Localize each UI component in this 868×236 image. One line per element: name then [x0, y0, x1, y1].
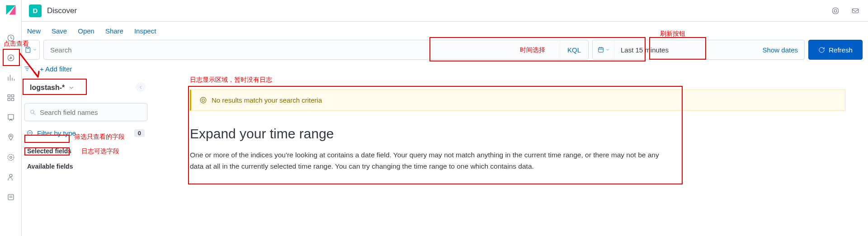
- anno-available-note: 日志可选字段: [81, 147, 119, 156]
- svg-rect-14: [852, 9, 859, 13]
- kql-toggle[interactable]: KQL: [560, 40, 588, 59]
- space-selector[interactable]: D: [29, 5, 42, 17]
- svg-rect-15: [598, 47, 603, 52]
- collapse-sidebar-icon[interactable]: [136, 82, 146, 92]
- index-pattern-name: logstash-*: [30, 84, 65, 92]
- add-filter-link[interactable]: + Add filter: [40, 65, 72, 73]
- svg-point-10: [9, 174, 12, 177]
- svg-point-13: [834, 9, 837, 12]
- top-header: D Discover: [22, 0, 868, 22]
- show-dates-link[interactable]: Show dates: [763, 46, 798, 54]
- date-picker[interactable]: Last 15 minutes Show dates: [592, 40, 805, 60]
- svg-point-16: [31, 110, 34, 113]
- left-nav-rail: [0, 0, 22, 236]
- anno-arrow: [16, 50, 43, 81]
- index-pattern-selector[interactable]: logstash-*: [24, 79, 147, 97]
- anno-log-area: 日志显示区域，暂时没有日志: [190, 76, 272, 84]
- maps-icon[interactable]: [2, 128, 20, 146]
- share-link[interactable]: Share: [105, 27, 123, 35]
- empty-state-body: One or more of the indices you're lookin…: [190, 150, 660, 172]
- filter-icon: [26, 129, 33, 137]
- date-range-display: Last 15 minutes Show dates: [614, 40, 804, 59]
- logs-icon[interactable]: [2, 188, 20, 206]
- app-menu: New Save Open Share Inspect: [22, 22, 868, 40]
- svg-rect-6: [8, 114, 14, 119]
- time-range-text: Last 15 minutes: [621, 46, 669, 54]
- dashboard-icon[interactable]: [2, 89, 20, 107]
- save-link[interactable]: Save: [52, 27, 67, 35]
- svg-rect-5: [11, 99, 14, 101]
- canvas-icon[interactable]: [2, 109, 20, 127]
- svg-point-18: [200, 97, 206, 103]
- fields-sidebar: logstash-* Filter by type 0 Selected fie…: [24, 79, 147, 172]
- help-icon[interactable]: [826, 2, 844, 20]
- new-link[interactable]: New: [27, 27, 41, 35]
- search-input[interactable]: [44, 40, 560, 59]
- refresh-label: Refresh: [829, 46, 853, 54]
- infra-icon[interactable]: [2, 168, 20, 186]
- filter-bar: + Add filter: [22, 60, 863, 78]
- query-bar: KQL Last 15 minutes Show dates Refresh: [22, 40, 863, 60]
- filter-type-count: 0: [134, 129, 145, 137]
- help-icon: [199, 96, 207, 104]
- svg-rect-11: [8, 194, 14, 200]
- newsfeed-icon[interactable]: [846, 2, 864, 20]
- calendar-icon: [593, 40, 614, 59]
- svg-point-7: [10, 136, 11, 137]
- field-search-input[interactable]: [40, 109, 142, 116]
- anno-selected-note: 筛选只查看的字段: [74, 133, 125, 141]
- svg-point-8: [8, 154, 14, 160]
- chevron-down-icon: [68, 85, 75, 91]
- callout-text: No results match your search criteria: [212, 96, 322, 104]
- results-area: No results match your search criteria Ex…: [190, 90, 845, 172]
- no-results-callout: No results match your search criteria: [190, 90, 845, 111]
- space-initial: D: [33, 7, 38, 14]
- inspect-link[interactable]: Inspect: [134, 27, 156, 35]
- anno-time-select: 时间选择: [520, 46, 545, 54]
- filter-by-type-label: Filter by type: [37, 129, 76, 137]
- svg-point-12: [832, 8, 839, 14]
- empty-state-title: Expand your time range: [190, 126, 845, 142]
- svg-point-19: [202, 99, 205, 102]
- svg-rect-2: [8, 94, 10, 97]
- available-fields-header[interactable]: Available fields: [24, 161, 147, 172]
- search-icon: [29, 109, 36, 116]
- search-box: KQL: [43, 40, 589, 60]
- svg-point-9: [9, 156, 12, 159]
- svg-point-1: [8, 55, 14, 61]
- kibana-logo-icon[interactable]: [5, 4, 17, 18]
- svg-rect-3: [11, 94, 14, 97]
- ml-icon[interactable]: [2, 148, 20, 166]
- anno-refresh-btn: 刷新按钮: [660, 30, 685, 38]
- field-search: [24, 103, 147, 121]
- breadcrumb: Discover: [47, 6, 77, 15]
- anno-click-view: 点击查看: [4, 40, 29, 48]
- refresh-button[interactable]: Refresh: [808, 40, 863, 60]
- svg-rect-4: [8, 99, 10, 101]
- open-link[interactable]: Open: [78, 27, 94, 35]
